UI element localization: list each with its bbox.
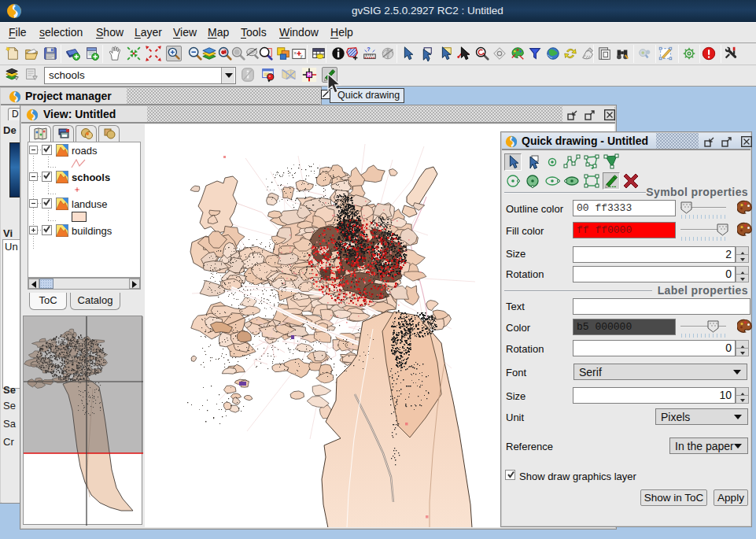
svg-text:y: y <box>301 54 303 58</box>
svg-text:H: H <box>308 72 312 77</box>
svg-text:?: ? <box>367 46 371 53</box>
svg-text:x: x <box>294 50 297 55</box>
